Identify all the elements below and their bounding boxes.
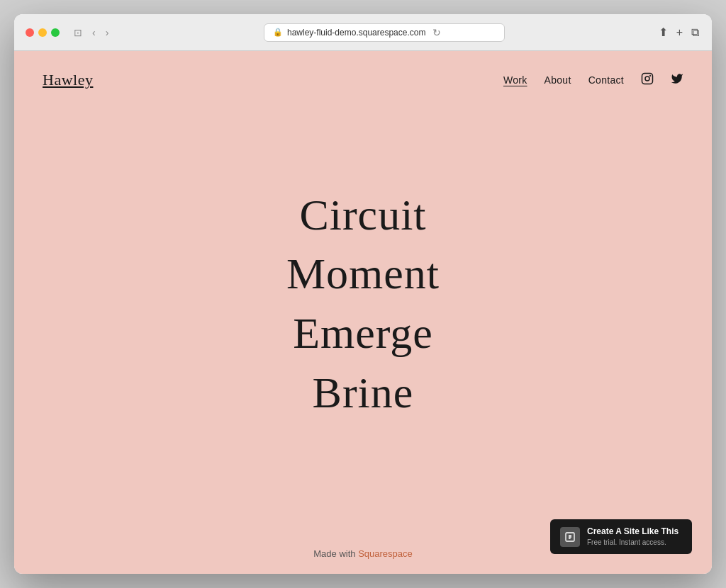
close-button[interactable] — [26, 28, 34, 37]
sidebar-toggle[interactable]: ⊡ — [71, 26, 85, 40]
browser-controls: ⊡ ‹ › — [71, 26, 111, 40]
footer-text: Made with Squarespace — [313, 548, 413, 559]
back-button[interactable]: ‹ — [89, 26, 99, 40]
project-moment[interactable]: Moment — [286, 244, 440, 304]
minimize-button[interactable] — [38, 28, 47, 37]
project-circuit[interactable]: Circuit — [299, 186, 426, 245]
squarespace-link[interactable]: Squarespace — [358, 548, 413, 559]
badge-subtitle: Free trial. Instant access. — [587, 538, 678, 547]
share-button[interactable]: ⬆ — [657, 24, 669, 40]
squarespace-badge-logo — [560, 527, 580, 547]
url-text: hawley-fluid-demo.squarespace.com — [287, 28, 425, 38]
project-emerge[interactable]: Emerge — [293, 304, 433, 363]
traffic-lights — [26, 28, 60, 37]
forward-button[interactable]: › — [103, 26, 112, 40]
new-tab-button[interactable]: + — [675, 25, 684, 40]
badge-text: Create A Site Like This Free trial. Inst… — [587, 526, 678, 547]
site-content: Hawley Work About Contact — [14, 51, 712, 574]
project-list: Circuit Moment Emerge Brine — [286, 186, 440, 423]
maximize-button[interactable] — [51, 28, 60, 37]
badge-title: Create A Site Like This — [587, 526, 678, 538]
site-main: Circuit Moment Emerge Brine — [14, 75, 712, 533]
duplicate-button[interactable]: ⧉ — [690, 25, 700, 40]
project-brine[interactable]: Brine — [313, 363, 414, 423]
reload-button[interactable]: ↻ — [432, 27, 441, 38]
browser-chrome: ⊡ ‹ › 🔒 hawley-fluid-demo.squarespace.co… — [14, 14, 712, 51]
address-bar: 🔒 hawley-fluid-demo.squarespace.com ↻ — [117, 23, 651, 42]
browser-window: ⊡ ‹ › 🔒 hawley-fluid-demo.squarespace.co… — [14, 14, 712, 574]
lock-icon: 🔒 — [273, 28, 283, 37]
squarespace-badge[interactable]: Create A Site Like This Free trial. Inst… — [550, 519, 692, 554]
address-bar-inner[interactable]: 🔒 hawley-fluid-demo.squarespace.com ↻ — [264, 23, 505, 42]
browser-actions: ⬆ + ⧉ — [657, 24, 700, 40]
